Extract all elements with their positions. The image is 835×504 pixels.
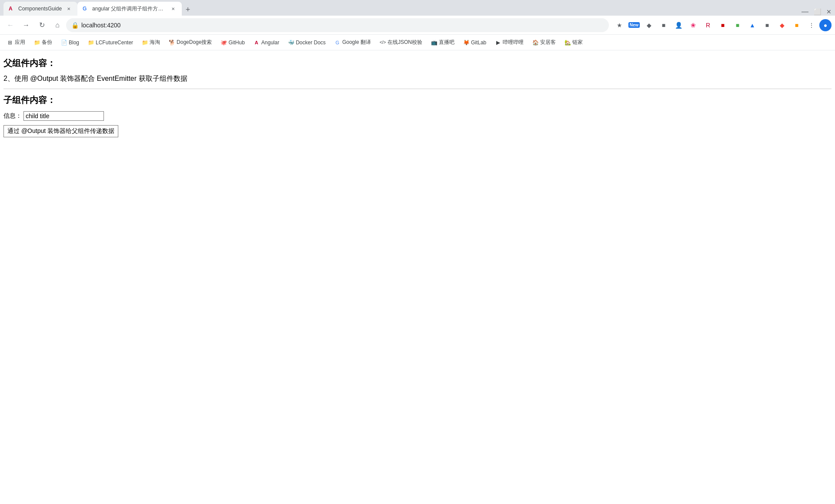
reload-icon: ↻ — [39, 21, 45, 29]
tab2-favicon: G — [83, 6, 89, 12]
bookmark-gitlab-label: GitLab — [471, 40, 486, 46]
blog-icon: 📄 — [61, 40, 67, 46]
bookmark-google-translate[interactable]: G Google 翻译 — [331, 37, 374, 48]
extension4-button[interactable]: ❀ — [686, 18, 700, 32]
bookmark-dogedoge[interactable]: 🐕 DogeDoge搜索 — [165, 37, 215, 48]
section-divider — [3, 89, 832, 89]
reload-button[interactable]: ↻ — [35, 18, 49, 32]
extension8-button[interactable]: ▲ — [745, 18, 759, 32]
tab2-close[interactable]: ✕ — [170, 5, 177, 12]
extension5-button[interactable]: R — [701, 18, 715, 32]
bookmark-gitlab[interactable]: 🦊 GitLab — [460, 38, 490, 47]
lock-icon: 🔒 — [71, 22, 79, 29]
instruction-text: 2、使用 @Output 装饰器配合 EventEmitter 获取子组件数据 — [3, 74, 832, 83]
extension7-button[interactable]: ■ — [731, 18, 745, 32]
child-section: 子组件内容： 信息： 通过 @Output 装饰器给父组件传递数据 — [3, 94, 832, 137]
bookmark-json-label: 在线JSON校验 — [387, 39, 422, 46]
extension11-button[interactable]: ■ — [790, 18, 804, 32]
lianjia-icon: 🏡 — [564, 40, 571, 46]
google-translate-icon: G — [334, 40, 341, 45]
bookmarks-bar: ⊞ 应用 📁 备份 📄 Blog 📁 LCFutureCenter 📁 海淘 🐕… — [0, 35, 835, 50]
bookmark-star-button[interactable]: ★ — [612, 18, 626, 32]
extension2-button[interactable]: ■ — [657, 18, 671, 32]
bookmark-hainan-label: 海淘 — [150, 39, 160, 46]
lcfuture-icon: 📁 — [88, 40, 94, 46]
github-icon: 🐙 — [220, 40, 227, 46]
tab-components-guide[interactable]: A ComponentsGuide ✕ — [3, 2, 77, 16]
bookmark-anjuke-label: 安居客 — [540, 39, 556, 46]
info-input[interactable] — [23, 111, 104, 121]
bibi-icon: ▶ — [495, 40, 501, 46]
bookmark-zhibo-label: 直播吧 — [439, 39, 454, 46]
parent-heading: 父组件内容： — [3, 57, 832, 69]
bookmark-bibi[interactable]: ▶ 哔哩哔哩 — [491, 37, 527, 48]
parent-section: 父组件内容： 2、使用 @Output 装饰器配合 EventEmitter 获… — [3, 57, 832, 83]
bookmark-zhibo[interactable]: 📺 直播吧 — [428, 37, 458, 48]
bookmark-hainan[interactable]: 📁 海淘 — [138, 37, 164, 48]
window-controls: — ⬜ ✕ — [802, 8, 832, 16]
address-text: localhost:4200 — [81, 22, 120, 29]
bookmark-anjuke[interactable]: 🏠 安居客 — [529, 37, 559, 48]
extension6-button[interactable]: ■ — [716, 18, 730, 32]
info-row: 信息： — [3, 111, 832, 121]
tab1-title: ComponentsGuide — [18, 6, 62, 12]
child-heading: 子组件内容： — [3, 94, 832, 106]
home-button[interactable]: ⌂ — [50, 18, 64, 32]
new-badge: New — [628, 22, 640, 28]
forward-icon: → — [23, 21, 30, 29]
extension1-button[interactable]: ◆ — [642, 18, 656, 32]
new-feature-button[interactable]: New — [627, 18, 641, 32]
nav-right-icons: ★ New ◆ ■ 👤 ❀ R ■ ■ ▲ ■ ◆ ■ ⋮ ● — [612, 18, 832, 32]
hainan-icon: 📁 — [142, 40, 148, 46]
close-button[interactable]: ✕ — [826, 8, 832, 15]
bookmark-backup[interactable]: 📁 备份 — [30, 37, 56, 48]
forward-button[interactable]: → — [19, 18, 33, 32]
minimize-button[interactable]: — — [802, 8, 808, 16]
zhibo-icon: 📺 — [431, 40, 437, 46]
page-content: 父组件内容： 2、使用 @Output 装饰器配合 EventEmitter 获… — [0, 50, 835, 441]
maximize-button[interactable]: ⬜ — [814, 8, 821, 15]
bookmark-github[interactable]: 🐙 GitHub — [217, 38, 248, 47]
json-icon: </> — [380, 40, 386, 45]
tab2-title: angular 父组件调用子组件方法： — [92, 5, 166, 13]
back-button[interactable]: ← — [3, 18, 17, 32]
bookmark-google-translate-label: Google 翻译 — [342, 39, 371, 46]
new-tab-button[interactable]: + — [182, 3, 194, 16]
bookmark-lcfuture[interactable]: 📁 LCFutureCenter — [84, 38, 137, 47]
bookmark-json[interactable]: </> 在线JSON校验 — [376, 37, 426, 48]
tab1-favicon: A — [9, 6, 15, 12]
gitlab-icon: 🦊 — [463, 40, 469, 46]
bookmark-blog-label: Blog — [69, 40, 79, 46]
bookmark-apps-label: 应用 — [15, 39, 25, 46]
extension10-button[interactable]: ◆ — [775, 18, 789, 32]
back-icon: ← — [7, 21, 14, 29]
tab-angular[interactable]: G angular 父组件调用子组件方法： ✕ — [77, 2, 182, 16]
more-tools-button[interactable]: ⋮ — [805, 18, 818, 32]
bookmark-github-label: GitHub — [228, 40, 244, 46]
apps-icon: ⊞ — [7, 40, 13, 46]
nav-bar: ← → ↻ ⌂ 🔒 localhost:4200 ★ New ◆ ■ 👤 ❀ R… — [0, 16, 835, 35]
profile-button[interactable]: ● — [819, 19, 832, 31]
extension9-button[interactable]: ■ — [760, 18, 774, 32]
tab1-close[interactable]: ✕ — [65, 5, 72, 12]
bookmark-lcfuture-label: LCFutureCenter — [96, 40, 133, 46]
bookmark-lianjia[interactable]: 🏡 链家 — [561, 37, 586, 48]
home-icon: ⌂ — [55, 21, 60, 29]
tab-bar: A ComponentsGuide ✕ G angular 父组件调用子组件方法… — [0, 0, 835, 16]
angular-icon: A — [254, 40, 260, 45]
bookmark-lianjia-label: 链家 — [572, 39, 583, 46]
bookmark-docker-label: Docker Docs — [296, 40, 326, 46]
send-to-parent-button[interactable]: 通过 @Output 装饰器给父组件传递数据 — [3, 125, 118, 137]
anjuke-icon: 🏠 — [532, 40, 538, 46]
backup-icon: 📁 — [34, 40, 40, 46]
address-bar[interactable]: 🔒 localhost:4200 — [66, 18, 609, 32]
extension3-button[interactable]: 👤 — [671, 18, 685, 32]
browser-chrome: A ComponentsGuide ✕ G angular 父组件调用子组件方法… — [0, 0, 835, 441]
bookmark-docker[interactable]: 🐳 Docker Docs — [284, 38, 329, 47]
bookmark-angular[interactable]: A Angular — [250, 38, 283, 47]
bookmark-dogedoge-label: DogeDoge搜索 — [177, 39, 212, 46]
info-label: 信息： — [3, 112, 22, 120]
bookmark-blog[interactable]: 📄 Blog — [57, 38, 83, 47]
bookmark-apps[interactable]: ⊞ 应用 — [3, 37, 29, 48]
bookmark-angular-label: Angular — [261, 40, 279, 46]
